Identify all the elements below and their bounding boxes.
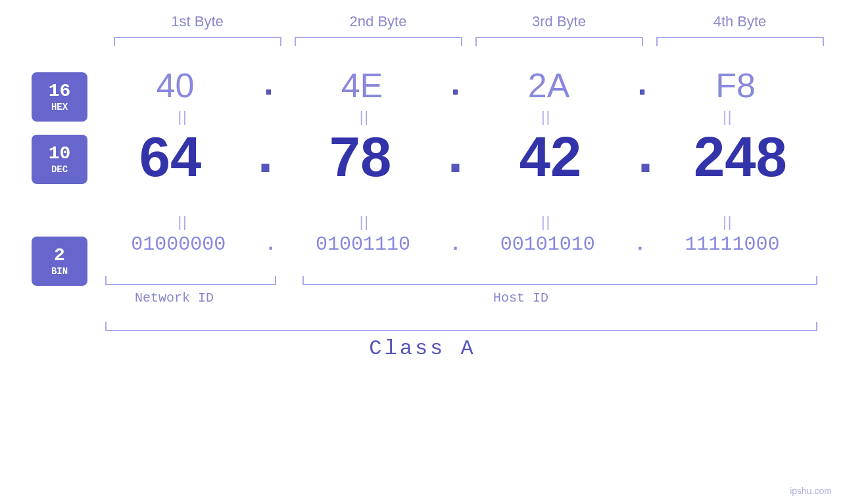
dec-byte-2: 78 [282, 125, 439, 189]
bracket-1 [114, 37, 281, 46]
class-label-container: Class A [369, 336, 475, 361]
rows-container: 16 HEX 40 . 4E . 2A . F8 || || || || 10 [0, 59, 845, 504]
eq3: || [541, 108, 551, 126]
eq7: || [541, 214, 551, 231]
byte-header-2: 2nd Byte [288, 13, 469, 30]
bin-values: 01000000 . 01001110 . 00101010 . 1111100… [92, 233, 845, 256]
hex-dot-2: . [445, 66, 466, 105]
bin-badge-label: BIN [51, 266, 68, 277]
byte-headers: 1st Byte 2nd Byte 3rd Byte 4th Byte [107, 13, 831, 30]
hex-byte-2: 4E [279, 66, 445, 105]
dec-byte-3: 42 [472, 125, 629, 189]
bin-dot-2: . [449, 233, 461, 256]
eq6: || [360, 214, 370, 231]
hex-byte-1: 40 [92, 66, 258, 105]
bin-row: 01000000 . 01001110 . 00101010 . 1111100… [0, 233, 845, 256]
host-id-bracket [302, 276, 817, 285]
network-id-bracket [105, 276, 276, 285]
bracket-4 [656, 37, 824, 46]
class-label: Class A [369, 336, 475, 361]
network-id-label: Network ID [135, 290, 214, 306]
dec-dot-1: . [249, 126, 282, 189]
bin-dot-1: . [265, 233, 277, 256]
top-bracket-row [107, 37, 831, 46]
eq4: || [723, 108, 733, 126]
host-id-text: Host ID [493, 290, 548, 306]
host-id-label: Host ID [493, 290, 548, 306]
hex-dot-3: . [632, 66, 652, 105]
dec-dot-2: . [439, 126, 472, 189]
bracket-3 [475, 37, 643, 46]
bin-byte-3: 00101010 [462, 233, 635, 256]
dec-byte-4: 248 [662, 125, 819, 189]
bin-byte-1: 01000000 [92, 233, 265, 256]
hex-byte-3: 2A [466, 66, 632, 105]
equals-row-1: || || || || [92, 108, 819, 126]
watermark: ipshu.com [790, 486, 832, 496]
hex-dot-1: . [258, 66, 279, 105]
dec-row: 64 . 78 . 42 . 248 [0, 125, 845, 189]
eq2: || [360, 108, 370, 126]
byte-header-3: 3rd Byte [469, 13, 650, 30]
bracket-2 [295, 37, 462, 46]
hex-values: 40 . 4E . 2A . F8 [92, 66, 845, 105]
hex-byte-4: F8 [652, 66, 819, 105]
bin-byte-4: 11111000 [646, 233, 819, 256]
eq8: || [723, 214, 733, 231]
bin-byte-2: 01001110 [277, 233, 450, 256]
main-container: 1st Byte 2nd Byte 3rd Byte 4th Byte 16 H… [0, 0, 845, 504]
byte-header-1: 1st Byte [107, 13, 288, 30]
watermark-container: ipshu.com [790, 486, 832, 497]
hex-row: 40 . 4E . 2A . F8 [0, 66, 845, 105]
byte-header-4: 4th Byte [650, 13, 831, 30]
dec-values: 64 . 78 . 42 . 248 [92, 125, 845, 189]
eq1: || [178, 108, 187, 126]
dec-byte-1: 64 [92, 125, 249, 189]
equals-row-2: || || || || [92, 214, 819, 231]
eq5: || [178, 214, 187, 231]
bin-dot-3: . [634, 233, 646, 256]
network-id-text: Network ID [135, 290, 214, 306]
class-bracket [105, 322, 817, 331]
dec-dot-3: . [629, 126, 662, 189]
